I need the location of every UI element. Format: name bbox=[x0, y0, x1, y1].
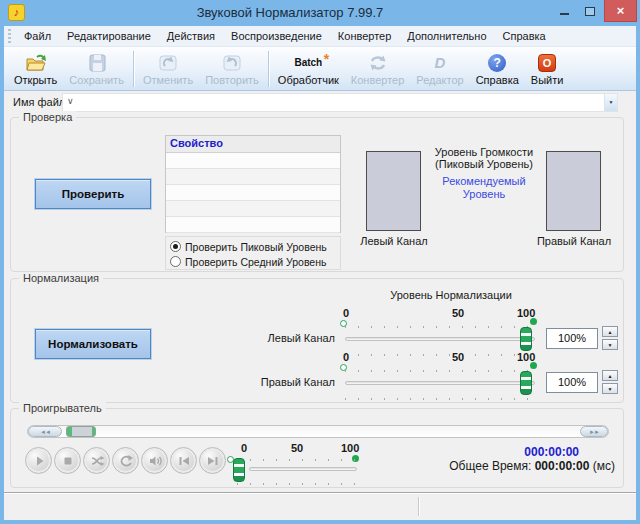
menu-file[interactable]: Файл bbox=[16, 26, 59, 46]
seek-forward-button[interactable]: ►► bbox=[580, 426, 608, 437]
menu-actions[interactable]: Действия bbox=[159, 26, 223, 46]
open-folder-icon bbox=[25, 52, 47, 74]
radio-average-level[interactable]: Проверить Средний Уровень bbox=[170, 254, 336, 269]
batch-processor-button[interactable]: Batch* Обработчик bbox=[272, 49, 345, 89]
exit-button[interactable]: O Выйти bbox=[525, 49, 570, 89]
shuffle-button[interactable] bbox=[83, 447, 110, 474]
slider-ticks bbox=[237, 483, 357, 485]
open-button[interactable]: Открыть bbox=[8, 49, 63, 89]
table-row bbox=[166, 185, 340, 201]
minimize-icon bbox=[560, 13, 569, 15]
normalization-level-title: Уровень Нормализации bbox=[341, 289, 561, 301]
left-channel-meter bbox=[366, 151, 421, 231]
down-arrow-icon: ▼ bbox=[608, 386, 613, 392]
shuffle-icon bbox=[89, 453, 105, 469]
play-icon bbox=[31, 453, 47, 469]
batch-icon: Batch* bbox=[294, 52, 322, 74]
right-channel-meter bbox=[546, 151, 601, 231]
converter-button[interactable]: Конвертер bbox=[345, 49, 410, 89]
seek-bar[interactable]: ◄◄ ►► bbox=[27, 425, 609, 438]
help-button[interactable]: ? Справка bbox=[470, 49, 525, 89]
radio-unselected-icon bbox=[170, 256, 181, 267]
slider-ticks bbox=[345, 354, 535, 356]
left-channel-slider-track[interactable] bbox=[345, 337, 535, 341]
total-time-unit: (мс) bbox=[593, 459, 615, 473]
stop-icon bbox=[60, 453, 76, 469]
undo-button[interactable]: Отменить bbox=[137, 49, 199, 89]
right-value-down-button[interactable]: ▼ bbox=[602, 383, 618, 394]
total-time-line: Общее Время: 000:00:00 (мс) bbox=[449, 459, 615, 473]
check-button[interactable]: Проверить bbox=[35, 179, 151, 209]
filename-combobox[interactable]: ∨ ▼ bbox=[62, 93, 618, 112]
scale-50: 50 bbox=[452, 307, 464, 319]
menubar: Файл Редактирование Действия Воспроизвед… bbox=[4, 26, 636, 47]
menu-help[interactable]: Справка bbox=[495, 26, 554, 46]
seek-back-button[interactable]: ◄◄ bbox=[28, 426, 62, 437]
close-icon: × bbox=[617, 3, 625, 18]
radio-selected-icon bbox=[170, 241, 181, 252]
previous-track-button[interactable] bbox=[170, 447, 197, 474]
right-channel-slider-thumb[interactable] bbox=[520, 371, 532, 395]
table-row bbox=[166, 201, 340, 217]
right-channel-value[interactable]: 100% bbox=[546, 372, 598, 393]
double-left-arrow-icon: ◄◄ bbox=[40, 429, 50, 435]
repeat-button[interactable] bbox=[112, 447, 139, 474]
filename-dropdown-button[interactable]: ▼ bbox=[604, 94, 617, 111]
redo-button[interactable]: Повторить bbox=[199, 49, 265, 89]
scale-0: 0 bbox=[241, 442, 247, 454]
total-time-value: 000:00:00 bbox=[535, 459, 590, 473]
play-button[interactable] bbox=[25, 447, 52, 474]
right-channel-slider-label: Правый Канал bbox=[241, 376, 335, 388]
slider-max-marker bbox=[530, 318, 537, 325]
right-value-up-button[interactable]: ▲ bbox=[602, 370, 618, 381]
maximize-button[interactable] bbox=[578, 0, 602, 22]
repeat-icon bbox=[118, 453, 134, 469]
player-volume-thumb[interactable] bbox=[233, 458, 245, 482]
maximize-icon bbox=[585, 7, 595, 16]
stop-button[interactable] bbox=[54, 447, 81, 474]
left-value-down-button[interactable]: ▼ bbox=[602, 339, 618, 350]
editor-button[interactable]: D Редактор bbox=[410, 49, 469, 89]
left-value-up-button[interactable]: ▲ bbox=[602, 326, 618, 337]
up-arrow-icon: ▲ bbox=[608, 329, 613, 335]
left-channel-value[interactable]: 100% bbox=[546, 328, 598, 349]
radio-peak-level[interactable]: Проверить Пиковый Уровень bbox=[170, 239, 336, 254]
next-track-button[interactable] bbox=[199, 447, 226, 474]
volume-button[interactable] bbox=[141, 447, 168, 474]
normalization-group: Нормализация Уровень Нормализации Нормал… bbox=[10, 278, 624, 403]
scale-50: 50 bbox=[452, 351, 464, 363]
recommended-level-link[interactable]: Рекомендуемый Уровень bbox=[434, 175, 534, 201]
seek-thumb[interactable] bbox=[66, 426, 96, 437]
player-volume-track[interactable] bbox=[249, 467, 357, 471]
down-arrow-icon: ▼ bbox=[608, 342, 613, 348]
minimize-button[interactable] bbox=[552, 0, 576, 22]
slider-ticks bbox=[345, 398, 535, 400]
check-group-label: Проверка bbox=[19, 111, 76, 123]
menu-playback[interactable]: Воспроизведение bbox=[223, 26, 330, 46]
previous-icon bbox=[176, 453, 192, 469]
table-row bbox=[166, 169, 340, 185]
client-area: Файл Редактирование Действия Воспроизвед… bbox=[4, 26, 636, 520]
save-button[interactable]: Сохранить bbox=[63, 49, 130, 89]
double-right-arrow-icon: ►► bbox=[589, 429, 599, 435]
normalize-button[interactable]: Нормализовать bbox=[35, 329, 151, 359]
exit-power-icon: O bbox=[538, 52, 556, 74]
slider-ticks bbox=[345, 326, 535, 328]
table-row bbox=[166, 153, 340, 169]
right-channel-slider-track[interactable] bbox=[345, 381, 535, 385]
titlebar: ♪ Звуковой Нормализатор 7.99.7 × bbox=[0, 0, 640, 26]
property-table[interactable]: Свойство bbox=[165, 135, 341, 233]
player-group: Проигрыватель ◄◄ ►► bbox=[10, 408, 624, 488]
slider-max-marker bbox=[530, 362, 537, 369]
menu-edit[interactable]: Редактирование bbox=[59, 26, 159, 46]
status-bar bbox=[4, 492, 636, 520]
left-channel-slider-thumb[interactable] bbox=[520, 327, 532, 351]
menu-extra[interactable]: Дополнительно bbox=[399, 26, 494, 46]
close-button[interactable]: × bbox=[604, 0, 637, 22]
app-icon: ♪ bbox=[8, 4, 25, 21]
slider-ticks bbox=[237, 459, 357, 461]
menu-converter[interactable]: Конвертер bbox=[330, 26, 399, 46]
menu-grip-icon bbox=[8, 29, 11, 43]
help-icon: ? bbox=[488, 52, 506, 74]
player-group-label: Проигрыватель bbox=[19, 402, 106, 414]
